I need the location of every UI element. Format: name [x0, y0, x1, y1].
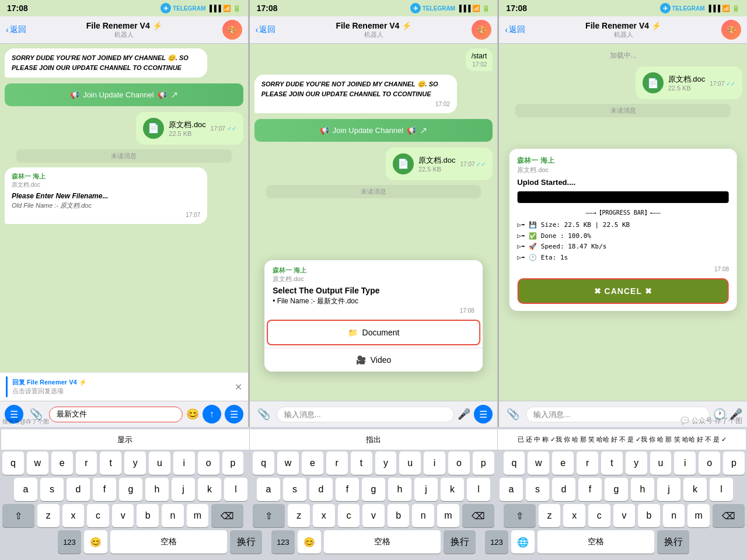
- key-return-2[interactable]: 换行: [444, 530, 476, 554]
- key-num-1[interactable]: 123: [58, 530, 81, 554]
- key-f-3[interactable]: f: [578, 478, 602, 501]
- key-c-1[interactable]: c: [87, 504, 109, 527]
- key-b-1[interactable]: b: [137, 504, 159, 527]
- key-o-3[interactable]: o: [699, 452, 720, 475]
- key-c-2[interactable]: c: [338, 504, 360, 527]
- key-d-2[interactable]: d: [309, 478, 333, 501]
- nav-avatar-1[interactable]: 🎨: [222, 20, 242, 40]
- key-n-2[interactable]: n: [412, 504, 434, 527]
- key-s-3[interactable]: s: [526, 478, 549, 501]
- key-i-1[interactable]: i: [173, 452, 195, 475]
- key-w-1[interactable]: w: [27, 452, 48, 475]
- key-num-2[interactable]: 123: [271, 530, 295, 554]
- key-q-1[interactable]: q: [2, 452, 24, 475]
- key-p-1[interactable]: p: [222, 452, 244, 475]
- doc-type-btn[interactable]: 📁 Document: [267, 320, 480, 345]
- back-btn-3[interactable]: ‹ 返回: [505, 24, 525, 35]
- key-j-2[interactable]: j: [414, 478, 438, 501]
- key-u-1[interactable]: u: [149, 452, 170, 475]
- key-space-2[interactable]: 空格: [324, 530, 441, 554]
- key-k-1[interactable]: k: [198, 478, 221, 501]
- emoji-btn-2[interactable]: 🎤: [458, 408, 470, 421]
- key-h-1[interactable]: h: [145, 478, 169, 501]
- nav-avatar-3[interactable]: 🎨: [721, 20, 741, 40]
- key-n-1[interactable]: n: [162, 504, 184, 527]
- message-input-2[interactable]: [277, 407, 455, 422]
- attach-btn-3[interactable]: 📎: [504, 405, 522, 424]
- key-num-3[interactable]: 123: [485, 530, 508, 554]
- key-o-1[interactable]: o: [198, 452, 219, 475]
- key-space-3[interactable]: 空格: [537, 530, 654, 554]
- key-e-2[interactable]: e: [302, 452, 323, 475]
- menu-btn-1b[interactable]: ☰: [225, 405, 243, 424]
- key-x-2[interactable]: x: [313, 504, 335, 527]
- emoji-btn-1[interactable]: 😊: [186, 408, 199, 421]
- nav-avatar-2[interactable]: 🎨: [472, 20, 491, 40]
- predictive-item-1[interactable]: 显示: [1, 429, 250, 450]
- key-emoji-1[interactable]: 😊: [84, 530, 107, 554]
- key-del-1[interactable]: ⌫: [211, 504, 243, 527]
- join-channel-btn-1[interactable]: 📢 Join Update Channel 📢 ↗: [5, 83, 243, 106]
- key-g-2[interactable]: g: [362, 478, 385, 501]
- key-i-2[interactable]: i: [424, 452, 445, 475]
- key-n-3[interactable]: n: [663, 504, 685, 527]
- send-btn-1[interactable]: ↑: [203, 405, 221, 424]
- key-t-2[interactable]: t: [351, 452, 372, 475]
- key-a-2[interactable]: a: [257, 478, 280, 501]
- key-z-1[interactable]: z: [37, 504, 60, 527]
- key-q-3[interactable]: q: [504, 452, 525, 475]
- key-r-2[interactable]: r: [326, 452, 348, 475]
- chat-area-3[interactable]: 加载中... 📄 原文档.doc 22.5 KB 17:07 ✓✓ 未读消息 森…: [499, 44, 747, 401]
- key-f-2[interactable]: f: [336, 478, 359, 501]
- key-v-3[interactable]: v: [613, 504, 636, 527]
- key-v-1[interactable]: v: [112, 504, 134, 527]
- predictive-item-2[interactable]: 指出: [250, 429, 498, 450]
- key-k-2[interactable]: k: [441, 478, 464, 501]
- key-x-3[interactable]: x: [563, 504, 585, 527]
- back-btn-1[interactable]: ‹ 返回: [6, 24, 26, 35]
- back-btn-2[interactable]: ‹ 返回: [256, 24, 276, 35]
- key-t-1[interactable]: t: [100, 452, 121, 475]
- reply-close-1[interactable]: ✕: [235, 382, 242, 393]
- key-u-2[interactable]: u: [399, 452, 421, 475]
- key-y-1[interactable]: y: [124, 452, 146, 475]
- key-space-1[interactable]: 空格: [110, 530, 227, 554]
- key-d-3[interactable]: d: [552, 478, 575, 501]
- key-l-1[interactable]: l: [224, 478, 247, 501]
- key-q-2[interactable]: q: [253, 452, 274, 475]
- key-e-3[interactable]: e: [552, 452, 574, 475]
- key-o-2[interactable]: o: [448, 452, 470, 475]
- key-l-3[interactable]: l: [710, 478, 733, 501]
- key-e-1[interactable]: e: [51, 452, 73, 475]
- key-b-2[interactable]: b: [388, 504, 410, 527]
- key-g-3[interactable]: g: [605, 478, 628, 501]
- key-k-3[interactable]: k: [683, 478, 707, 501]
- key-u-3[interactable]: u: [650, 452, 672, 475]
- key-del-3[interactable]: ⌫: [713, 504, 745, 527]
- message-input-1[interactable]: [49, 407, 183, 422]
- key-return-3[interactable]: 换行: [657, 530, 689, 554]
- key-w-2[interactable]: w: [277, 452, 299, 475]
- key-shift-3[interactable]: ⇧: [504, 504, 536, 527]
- key-c-3[interactable]: c: [588, 504, 610, 527]
- key-y-2[interactable]: y: [375, 452, 397, 475]
- key-y-3[interactable]: y: [626, 452, 647, 475]
- key-t-3[interactable]: t: [601, 452, 623, 475]
- key-shift-2[interactable]: ⇧: [253, 504, 285, 527]
- key-i-3[interactable]: i: [674, 452, 696, 475]
- key-b-3[interactable]: b: [638, 504, 660, 527]
- key-h-3[interactable]: h: [631, 478, 654, 501]
- key-emoji-3[interactable]: 🌐: [511, 530, 535, 554]
- key-j-3[interactable]: j: [657, 478, 680, 501]
- key-h-2[interactable]: h: [388, 478, 411, 501]
- key-shift-1[interactable]: ⇧: [2, 504, 34, 527]
- key-w-3[interactable]: w: [528, 452, 549, 475]
- chat-area-1[interactable]: Sorry Dude You're Not Joined My Channel …: [0, 44, 248, 372]
- key-x-1[interactable]: x: [62, 504, 85, 527]
- key-f-1[interactable]: f: [93, 478, 116, 501]
- join-channel-btn-2[interactable]: 📢 Join Update Channel 📢 ↗: [254, 119, 493, 142]
- key-a-1[interactable]: a: [14, 478, 37, 501]
- key-return-1[interactable]: 换行: [230, 530, 262, 554]
- video-type-btn[interactable]: 🎥 Video: [264, 348, 483, 372]
- key-l-2[interactable]: l: [467, 478, 490, 501]
